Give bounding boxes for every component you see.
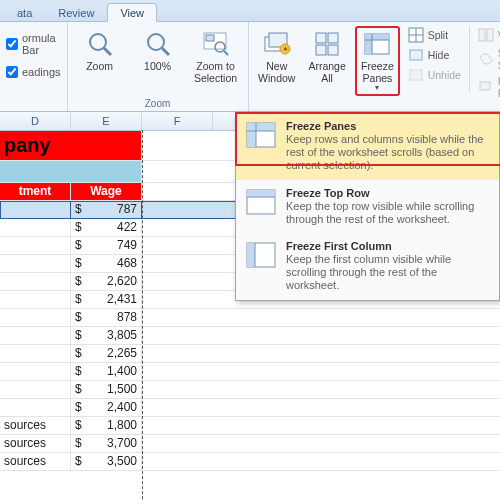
sync-scroll-icon	[478, 51, 494, 67]
table-row[interactable]: sources$3,500	[0, 453, 500, 471]
table-row[interactable]: $878	[0, 309, 500, 327]
group-label-zoom: Zoom	[74, 96, 242, 109]
svg-rect-15	[328, 45, 338, 55]
ribbon-tabs: ata Review View	[0, 0, 500, 22]
zoom-selection-icon	[201, 29, 231, 59]
svg-rect-18	[365, 34, 372, 54]
svg-line-1	[104, 48, 111, 55]
table-row[interactable]: $3,805	[0, 327, 500, 345]
split-label: Split	[428, 29, 448, 41]
arrange-all-icon	[312, 29, 342, 59]
split-icon	[408, 27, 424, 43]
new-window-label: New Window	[258, 61, 296, 84]
zoom-icon	[85, 29, 115, 59]
svg-rect-5	[206, 35, 214, 41]
side-by-side-icon	[478, 27, 494, 43]
svg-line-3	[162, 48, 169, 55]
table-row[interactable]: sources$3,700	[0, 435, 500, 453]
header-wage: Wage	[71, 183, 142, 201]
dd-freeze-panes-desc: Keep rows and columns visible while the …	[286, 133, 491, 173]
dd-freeze-panes-title: Freeze Panes	[286, 120, 491, 132]
col-header-e[interactable]: E	[71, 112, 142, 130]
zoom-100-icon	[143, 29, 173, 59]
table-row[interactable]: $2,400	[0, 399, 500, 417]
dd-freeze-panes[interactable]: Freeze PanesKeep rows and columns visibl…	[236, 113, 499, 180]
unhide-label: Unhide	[428, 69, 461, 81]
dd-freeze-first-col-icon	[244, 240, 278, 270]
chk-headings[interactable]: eadings	[6, 66, 61, 78]
header-dept: tment	[0, 183, 71, 201]
view-side-by-side-button: View Side by Side	[476, 26, 500, 44]
svg-rect-28	[480, 82, 490, 90]
svg-rect-12	[316, 33, 326, 43]
svg-rect-13	[328, 33, 338, 43]
ribbon: ormula Bar eadings Zoom 100% Zoom to Sel…	[0, 22, 500, 112]
svg-rect-38	[247, 190, 275, 197]
hide-icon	[408, 47, 424, 63]
split-button[interactable]: Split	[406, 26, 463, 44]
zoom-button[interactable]: Zoom	[74, 26, 126, 76]
tab-review[interactable]: Review	[45, 3, 107, 21]
freeze-panes-label: Freeze Panes	[358, 61, 396, 93]
reset-pos-button: Reset Window Position	[476, 74, 500, 100]
group-label-show	[6, 107, 61, 109]
svg-point-0	[90, 34, 106, 50]
zoom-100-label: 100%	[144, 61, 171, 73]
chk-formula-bar[interactable]: ormula Bar	[6, 32, 61, 56]
tab-view[interactable]: View	[107, 3, 157, 22]
sync-scroll-button: Synchronous Scrolling	[476, 46, 500, 72]
new-window-icon: ✶	[262, 29, 292, 59]
table-row[interactable]: $2,265	[0, 345, 500, 363]
formula-bar-label: ormula Bar	[22, 32, 61, 56]
svg-rect-34	[247, 123, 256, 147]
group-label-window	[255, 107, 500, 109]
table-row[interactable]: $1,400	[0, 363, 500, 381]
svg-rect-41	[247, 243, 255, 267]
svg-line-7	[224, 51, 228, 55]
tab-data[interactable]: ata	[4, 3, 45, 21]
zoom-100-button[interactable]: 100%	[132, 26, 184, 76]
company-title: pany	[0, 131, 142, 161]
unhide-icon	[408, 67, 424, 83]
table-row[interactable]: sources$1,800	[0, 417, 500, 435]
svg-rect-25	[410, 70, 422, 80]
headings-label: eadings	[22, 66, 61, 78]
col-header-f[interactable]: F	[142, 112, 213, 130]
dd-freeze-top-row-title: Freeze Top Row	[286, 187, 491, 199]
zoom-selection-button[interactable]: Zoom to Selection	[190, 26, 242, 87]
freeze-panes-button[interactable]: Freeze Panes	[355, 26, 399, 96]
svg-rect-14	[316, 45, 326, 55]
freeze-line	[142, 130, 143, 500]
zoom-selection-label: Zoom to Selection	[193, 61, 239, 84]
svg-rect-26	[479, 29, 485, 41]
dd-freeze-top-row-icon	[244, 187, 278, 217]
arrange-all-button[interactable]: Arrange All	[305, 26, 349, 87]
dd-freeze-top-row-desc: Keep the top row visible while scrolling…	[286, 200, 491, 226]
dd-freeze-panes-icon	[244, 120, 278, 150]
dd-freeze-first-col-desc: Keep the first column visible while scro…	[286, 253, 491, 293]
reset-pos-icon	[478, 79, 494, 95]
table-row[interactable]: $1,500	[0, 381, 500, 399]
svg-point-2	[148, 34, 164, 50]
svg-rect-27	[487, 29, 493, 41]
new-window-button[interactable]: ✶ New Window	[255, 26, 299, 87]
svg-text:✶: ✶	[281, 45, 288, 54]
dd-freeze-top-row[interactable]: Freeze Top RowKeep the top row visible w…	[236, 180, 499, 233]
zoom-label: Zoom	[86, 61, 113, 73]
unhide-button: Unhide	[406, 66, 463, 84]
freeze-panes-dropdown: Freeze PanesKeep rows and columns visibl…	[235, 112, 500, 301]
arrange-all-label: Arrange All	[308, 61, 346, 84]
hide-button[interactable]: Hide	[406, 46, 463, 64]
freeze-panes-icon	[362, 29, 392, 59]
hide-label: Hide	[428, 49, 450, 61]
svg-rect-24	[410, 50, 422, 60]
dd-freeze-first-col[interactable]: Freeze First ColumnKeep the first column…	[236, 233, 499, 300]
col-header-d[interactable]: D	[0, 112, 71, 130]
dd-freeze-first-col-title: Freeze First Column	[286, 240, 491, 252]
